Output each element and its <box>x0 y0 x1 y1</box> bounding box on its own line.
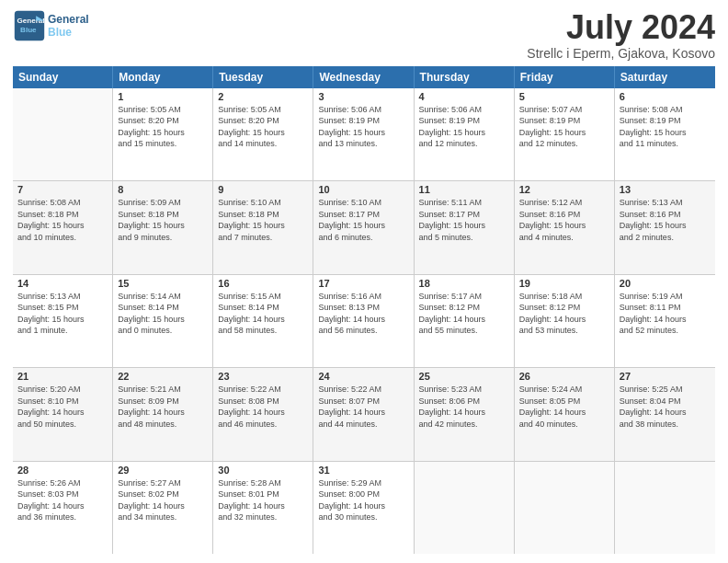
day-number: 15 <box>118 278 208 289</box>
day-number: 4 <box>419 91 509 102</box>
day-info: Sunrise: 5:09 AM Sunset: 8:18 PM Dayligh… <box>118 197 208 243</box>
day-number: 10 <box>318 184 408 195</box>
calendar-cell: 3Sunrise: 5:06 AM Sunset: 8:19 PM Daylig… <box>313 88 414 180</box>
calendar-body: 1Sunrise: 5:05 AM Sunset: 8:20 PM Daylig… <box>13 88 715 554</box>
day-number: 30 <box>218 465 308 476</box>
calendar-cell: 21Sunrise: 5:20 AM Sunset: 8:10 PM Dayli… <box>13 368 113 460</box>
day-number: 20 <box>620 278 711 289</box>
calendar-week-1: 1Sunrise: 5:05 AM Sunset: 8:20 PM Daylig… <box>13 88 715 181</box>
calendar-cell: 11Sunrise: 5:11 AM Sunset: 8:17 PM Dayli… <box>415 181 515 273</box>
day-info: Sunrise: 5:05 AM Sunset: 8:20 PM Dayligh… <box>218 104 308 150</box>
calendar-cell: 22Sunrise: 5:21 AM Sunset: 8:09 PM Dayli… <box>113 368 213 460</box>
header-day-saturday: Saturday <box>615 66 715 88</box>
day-info: Sunrise: 5:06 AM Sunset: 8:19 PM Dayligh… <box>318 104 408 150</box>
day-number: 28 <box>17 465 108 476</box>
calendar-cell: 7Sunrise: 5:08 AM Sunset: 8:18 PM Daylig… <box>13 181 113 273</box>
month-title: July 2024 <box>527 9 715 46</box>
svg-text:Blue: Blue <box>20 26 37 34</box>
day-number: 13 <box>620 184 711 195</box>
calendar-cell: 20Sunrise: 5:19 AM Sunset: 8:11 PM Dayli… <box>615 275 715 367</box>
calendar-cell: 29Sunrise: 5:27 AM Sunset: 8:02 PM Dayli… <box>113 462 213 554</box>
day-number: 11 <box>419 184 509 195</box>
calendar-cell: 9Sunrise: 5:10 AM Sunset: 8:18 PM Daylig… <box>213 181 313 273</box>
day-info: Sunrise: 5:18 AM Sunset: 8:12 PM Dayligh… <box>519 291 609 337</box>
logo-line2: Blue <box>48 26 89 39</box>
day-info: Sunrise: 5:07 AM Sunset: 8:19 PM Dayligh… <box>519 104 609 150</box>
title-section: July 2024 Strellc i Eperm, Gjakova, Koso… <box>527 9 715 61</box>
calendar-cell <box>415 462 515 554</box>
day-number: 18 <box>419 278 509 289</box>
logo-icon: General Blue <box>13 9 46 42</box>
day-number: 16 <box>218 278 308 289</box>
day-number: 2 <box>218 91 308 102</box>
day-info: Sunrise: 5:28 AM Sunset: 8:01 PM Dayligh… <box>218 477 308 523</box>
day-number: 12 <box>519 184 609 195</box>
header-day-monday: Monday <box>113 66 213 88</box>
header: General Blue General Blue July 2024 Stre… <box>13 9 715 61</box>
day-info: Sunrise: 5:08 AM Sunset: 8:19 PM Dayligh… <box>620 104 711 150</box>
calendar-cell: 2Sunrise: 5:05 AM Sunset: 8:20 PM Daylig… <box>213 88 313 180</box>
calendar-cell: 31Sunrise: 5:29 AM Sunset: 8:00 PM Dayli… <box>313 462 414 554</box>
calendar-cell: 1Sunrise: 5:05 AM Sunset: 8:20 PM Daylig… <box>113 88 213 180</box>
day-number: 3 <box>318 91 408 102</box>
calendar-cell: 10Sunrise: 5:10 AM Sunset: 8:17 PM Dayli… <box>313 181 414 273</box>
calendar-cell: 14Sunrise: 5:13 AM Sunset: 8:15 PM Dayli… <box>13 275 113 367</box>
calendar-week-5: 28Sunrise: 5:26 AM Sunset: 8:03 PM Dayli… <box>13 462 715 554</box>
header-day-thursday: Thursday <box>415 66 515 88</box>
day-info: Sunrise: 5:20 AM Sunset: 8:10 PM Dayligh… <box>17 384 108 430</box>
day-info: Sunrise: 5:11 AM Sunset: 8:17 PM Dayligh… <box>419 197 509 243</box>
day-info: Sunrise: 5:12 AM Sunset: 8:16 PM Dayligh… <box>519 197 609 243</box>
calendar-cell <box>515 462 615 554</box>
calendar-cell: 26Sunrise: 5:24 AM Sunset: 8:05 PM Dayli… <box>515 368 615 460</box>
calendar: SundayMondayTuesdayWednesdayThursdayFrid… <box>13 66 715 554</box>
day-info: Sunrise: 5:15 AM Sunset: 8:14 PM Dayligh… <box>218 291 308 337</box>
day-number: 6 <box>620 91 711 102</box>
day-number: 14 <box>17 278 108 289</box>
calendar-cell: 18Sunrise: 5:17 AM Sunset: 8:12 PM Dayli… <box>415 275 515 367</box>
header-day-friday: Friday <box>515 66 615 88</box>
day-info: Sunrise: 5:13 AM Sunset: 8:15 PM Dayligh… <box>17 291 108 337</box>
calendar-cell <box>13 88 113 180</box>
header-day-wednesday: Wednesday <box>313 66 414 88</box>
calendar-cell: 17Sunrise: 5:16 AM Sunset: 8:13 PM Dayli… <box>313 275 414 367</box>
day-info: Sunrise: 5:08 AM Sunset: 8:18 PM Dayligh… <box>17 197 108 243</box>
calendar-cell <box>615 462 715 554</box>
day-info: Sunrise: 5:10 AM Sunset: 8:18 PM Dayligh… <box>218 197 308 243</box>
calendar-cell: 6Sunrise: 5:08 AM Sunset: 8:19 PM Daylig… <box>615 88 715 180</box>
day-number: 22 <box>118 371 208 382</box>
day-info: Sunrise: 5:06 AM Sunset: 8:19 PM Dayligh… <box>419 104 509 150</box>
day-number: 21 <box>17 371 108 382</box>
day-info: Sunrise: 5:13 AM Sunset: 8:16 PM Dayligh… <box>620 197 711 243</box>
day-info: Sunrise: 5:19 AM Sunset: 8:11 PM Dayligh… <box>620 291 711 337</box>
calendar-cell: 5Sunrise: 5:07 AM Sunset: 8:19 PM Daylig… <box>515 88 615 180</box>
day-number: 9 <box>218 184 308 195</box>
calendar-cell: 19Sunrise: 5:18 AM Sunset: 8:12 PM Dayli… <box>515 275 615 367</box>
day-info: Sunrise: 5:25 AM Sunset: 8:04 PM Dayligh… <box>620 384 711 430</box>
day-info: Sunrise: 5:26 AM Sunset: 8:03 PM Dayligh… <box>17 477 108 523</box>
day-info: Sunrise: 5:21 AM Sunset: 8:09 PM Dayligh… <box>118 384 208 430</box>
calendar-cell: 27Sunrise: 5:25 AM Sunset: 8:04 PM Dayli… <box>615 368 715 460</box>
calendar-cell: 30Sunrise: 5:28 AM Sunset: 8:01 PM Dayli… <box>213 462 313 554</box>
day-info: Sunrise: 5:24 AM Sunset: 8:05 PM Dayligh… <box>519 384 609 430</box>
header-day-sunday: Sunday <box>13 66 113 88</box>
header-day-tuesday: Tuesday <box>213 66 313 88</box>
calendar-cell: 24Sunrise: 5:22 AM Sunset: 8:07 PM Dayli… <box>313 368 414 460</box>
logo-line1: General <box>48 13 89 26</box>
calendar-cell: 16Sunrise: 5:15 AM Sunset: 8:14 PM Dayli… <box>213 275 313 367</box>
page: General Blue General Blue July 2024 Stre… <box>0 0 728 563</box>
svg-text:General: General <box>17 17 45 25</box>
day-number: 29 <box>118 465 208 476</box>
day-number: 23 <box>218 371 308 382</box>
day-number: 1 <box>118 91 208 102</box>
calendar-week-2: 7Sunrise: 5:08 AM Sunset: 8:18 PM Daylig… <box>13 181 715 274</box>
day-info: Sunrise: 5:16 AM Sunset: 8:13 PM Dayligh… <box>318 291 408 337</box>
day-info: Sunrise: 5:22 AM Sunset: 8:08 PM Dayligh… <box>218 384 308 430</box>
day-info: Sunrise: 5:27 AM Sunset: 8:02 PM Dayligh… <box>118 477 208 523</box>
calendar-cell: 23Sunrise: 5:22 AM Sunset: 8:08 PM Dayli… <box>213 368 313 460</box>
day-number: 24 <box>318 371 408 382</box>
day-number: 8 <box>118 184 208 195</box>
day-number: 7 <box>17 184 108 195</box>
day-number: 5 <box>519 91 609 102</box>
calendar-header: SundayMondayTuesdayWednesdayThursdayFrid… <box>13 66 715 88</box>
calendar-cell: 25Sunrise: 5:23 AM Sunset: 8:06 PM Dayli… <box>415 368 515 460</box>
